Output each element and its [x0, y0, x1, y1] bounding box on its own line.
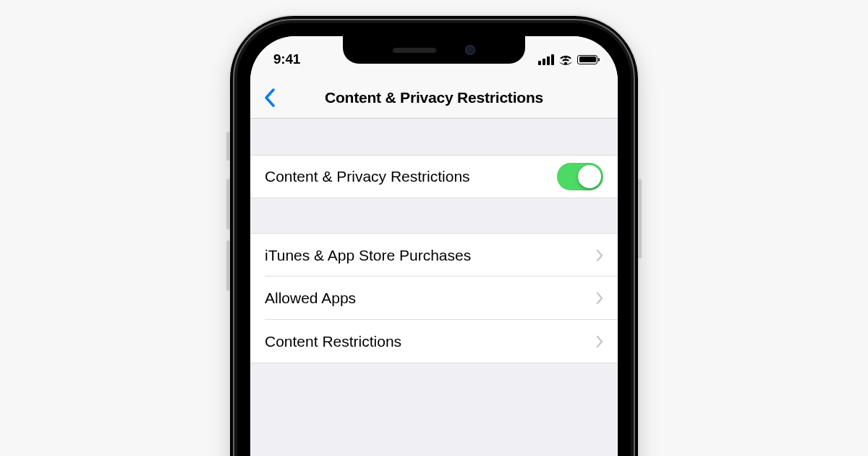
- chevron-right-icon: [596, 335, 603, 348]
- volume-down-button: [226, 240, 230, 291]
- phone-frame: 9:41 Content & Privacy Restrictions: [230, 16, 638, 456]
- chevron-right-icon: [596, 292, 603, 305]
- row-label: Allowed Apps: [265, 290, 356, 307]
- row-label: iTunes & App Store Purchases: [265, 247, 471, 264]
- chevron-left-icon: [264, 88, 276, 107]
- wifi-icon: [558, 54, 573, 65]
- itunes-appstore-purchases-row[interactable]: iTunes & App Store Purchases: [250, 233, 618, 276]
- row-label: Content Restrictions: [265, 333, 401, 350]
- battery-icon: [577, 55, 597, 64]
- toggle-knob: [578, 165, 601, 188]
- section-spacer: [250, 198, 618, 233]
- screen: 9:41 Content & Privacy Restrictions: [250, 36, 618, 456]
- chevron-right-icon: [596, 249, 603, 262]
- section-spacer: [250, 119, 618, 155]
- nav-header: Content & Privacy Restrictions: [250, 77, 618, 119]
- status-icons: [538, 54, 597, 65]
- status-time: 9:41: [273, 51, 300, 67]
- cellular-icon: [538, 54, 554, 65]
- back-button[interactable]: [258, 85, 282, 110]
- content-restrictions-row[interactable]: Content Restrictions: [250, 320, 618, 363]
- toggle-label: Content & Privacy Restrictions: [265, 168, 470, 185]
- notch: [343, 36, 525, 64]
- side-button: [638, 179, 642, 258]
- nav-title: Content & Privacy Restrictions: [325, 89, 543, 106]
- speaker-grille: [393, 48, 436, 53]
- content-privacy-toggle-row[interactable]: Content & Privacy Restrictions: [250, 155, 618, 198]
- toggle-switch[interactable]: [557, 163, 603, 190]
- allowed-apps-row[interactable]: Allowed Apps: [250, 276, 618, 320]
- volume-up-button: [226, 179, 230, 229]
- front-camera: [465, 45, 475, 55]
- mute-switch: [226, 132, 230, 161]
